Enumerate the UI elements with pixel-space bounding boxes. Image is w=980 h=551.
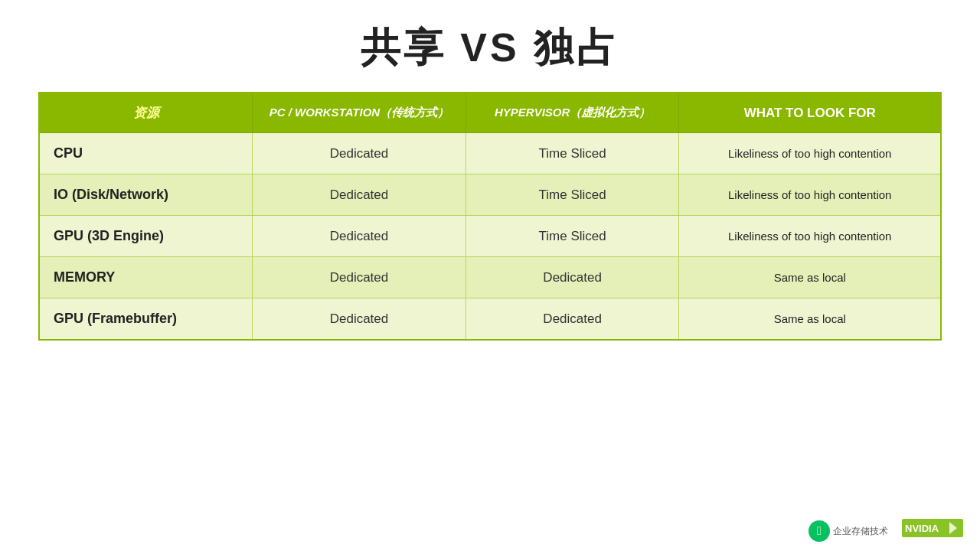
header-look-for: WHAT TO LOOK FOR [679,93,941,133]
cell-hypervisor-2: Time Sliced [466,216,679,257]
cell-resource-1: IO (Disk/Network) [39,174,253,216]
cell-hypervisor-4: Dedicated [466,298,679,341]
comparison-table-wrapper: 资源 PC / WORKSTATION（传统方式） HYPERVISOR（虚拟化… [38,92,942,341]
table-row: MEMORYDedicatedDedicatedSame as local [39,257,941,298]
nvidia-logo-svg: NVIDIA [902,519,963,537]
cell-hypervisor-0: Time Sliced [466,133,679,174]
cell-hypervisor-3: Dedicated [466,257,679,298]
svg-text:NVIDIA: NVIDIA [905,523,939,534]
wechat-badge:  企业存储技术 [808,520,888,542]
comparison-table: 资源 PC / WORKSTATION（传统方式） HYPERVISOR（虚拟化… [38,92,942,341]
page-title: 共享 VS 独占 [361,21,619,75]
cell-resource-4: GPU (Framebuffer) [39,298,253,341]
cell-look-for-1: Likeliness of too high contention [679,174,941,216]
header-hypervisor: HYPERVISOR（虚拟化方式） [466,93,679,133]
table-header: 资源 PC / WORKSTATION（传统方式） HYPERVISOR（虚拟化… [39,93,941,133]
table-body: CPUDedicatedTime SlicedLikeliness of too… [39,133,941,341]
header-hyp-line1: HYPERVISOR（虚拟化方式） [495,106,650,119]
cell-look-for-4: Same as local [679,298,941,341]
cell-look-for-3: Same as local [679,257,941,298]
cell-hypervisor-1: Time Sliced [466,174,679,216]
header-pc: PC / WORKSTATION（传统方式） [253,93,466,133]
cell-look-for-0: Likeliness of too high contention [679,133,941,174]
table-row: GPU (Framebuffer)DedicatedDedicatedSame … [39,298,941,341]
header-resource: 资源 [39,93,253,133]
header-pc-line1: PC / WORKSTATION（传统方式） [270,106,449,119]
cell-resource-2: GPU (3D Engine) [39,216,253,257]
company-name: 企业存储技术 [833,525,888,538]
cell-pc-0: Dedicated [253,133,466,174]
table-row: GPU (3D Engine)DedicatedTime SlicedLikel… [39,216,941,257]
cell-resource-0: CPU [39,133,253,174]
cell-pc-2: Dedicated [253,216,466,257]
cell-pc-3: Dedicated [253,257,466,298]
cell-pc-1: Dedicated [253,174,466,216]
cell-pc-4: Dedicated [253,298,466,341]
table-row: IO (Disk/Network)DedicatedTime SlicedLik… [39,174,941,216]
nvidia-watermark: NVIDIA [902,519,963,537]
cell-resource-3: MEMORY [39,257,253,298]
wechat-icon:  [808,520,830,542]
cell-look-for-2: Likeliness of too high contention [679,216,941,257]
table-row: CPUDedicatedTime SlicedLikeliness of too… [39,133,941,174]
